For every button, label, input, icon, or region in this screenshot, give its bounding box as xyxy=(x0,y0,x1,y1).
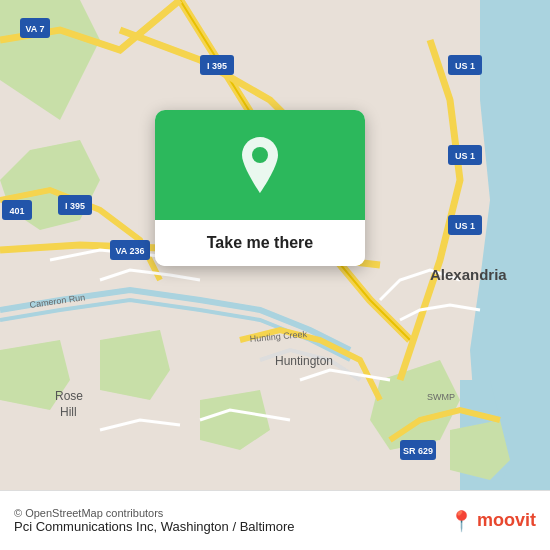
location-name: Pci Communications Inc, Washington / Bal… xyxy=(14,519,295,534)
svg-text:401: 401 xyxy=(9,206,24,216)
popup-green-area xyxy=(155,110,365,220)
copyright-text: © OpenStreetMap contributors xyxy=(14,507,295,519)
moovit-pin-icon: 📍 xyxy=(449,509,474,533)
take-me-there-button[interactable]: Take me there xyxy=(155,220,365,266)
svg-text:Alexandria: Alexandria xyxy=(430,266,507,283)
bottom-bar-left: © OpenStreetMap contributors Pci Communi… xyxy=(14,507,295,534)
svg-text:Hill: Hill xyxy=(60,405,77,419)
moovit-brand-text: moovit xyxy=(477,510,536,531)
svg-text:US 1: US 1 xyxy=(455,61,475,71)
svg-point-26 xyxy=(252,147,268,163)
svg-text:Huntington: Huntington xyxy=(275,354,333,368)
svg-text:US 1: US 1 xyxy=(455,151,475,161)
bottom-bar: © OpenStreetMap contributors Pci Communi… xyxy=(0,490,550,550)
svg-text:US 1: US 1 xyxy=(455,221,475,231)
svg-text:Rose: Rose xyxy=(55,389,83,403)
svg-text:SWMP: SWMP xyxy=(427,392,455,402)
svg-text:VA 7: VA 7 xyxy=(25,24,44,34)
svg-text:VA 236: VA 236 xyxy=(115,246,144,256)
location-info: Pci Communications Inc, Washington / Bal… xyxy=(14,519,295,534)
moovit-logo: 📍 moovit xyxy=(449,509,536,533)
location-pin-icon xyxy=(236,137,284,193)
map-container: VA 7 I 395 I 395 US 1 US 1 US 1 VA 236 4… xyxy=(0,0,550,490)
svg-text:SR 629: SR 629 xyxy=(403,446,433,456)
location-popup: Take me there xyxy=(155,110,365,266)
svg-text:I 395: I 395 xyxy=(65,201,85,211)
svg-text:I 395: I 395 xyxy=(207,61,227,71)
